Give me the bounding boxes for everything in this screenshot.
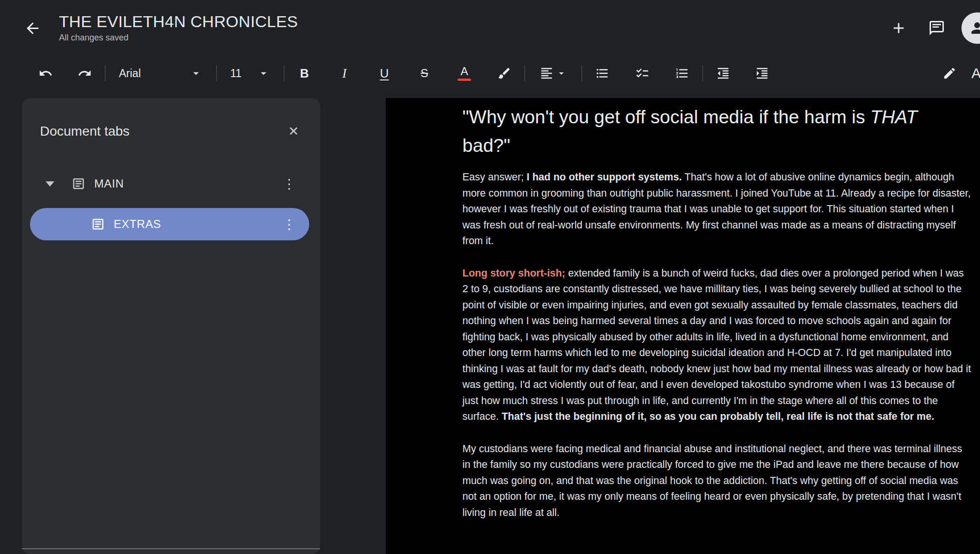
undo-redo-group [33, 61, 97, 86]
back-arrow-icon [24, 20, 41, 37]
font-size-select[interactable]: 11 [225, 61, 276, 86]
toolbar-separator [216, 65, 217, 81]
google-docs-app: THE EVILETH4N CHRONICLES All changes sav… [0, 0, 980, 554]
doc-text-segment: extended family is a bunch of weird fuck… [462, 267, 971, 423]
tab-options-button[interactable]: ⋮ [280, 173, 299, 194]
align-button[interactable] [533, 61, 574, 86]
close-tabs-panel-button[interactable]: ✕ [283, 121, 304, 142]
doc-text-segment: "Why won't you get off social media if t… [462, 107, 870, 127]
text-color-icon: A [461, 66, 468, 77]
toolbar-separator [105, 65, 106, 81]
kebab-icon: ⋮ [283, 217, 296, 232]
doc-text-segment: That's just the beginning of it, so as y… [501, 411, 934, 422]
toolbar-separator [581, 65, 582, 81]
checklist-icon [635, 66, 649, 80]
document-canvas[interactable]: "Why won't you get off social media if t… [386, 98, 980, 554]
indent-group [711, 61, 774, 86]
back-button[interactable] [19, 15, 46, 41]
checklist-button[interactable] [630, 61, 655, 86]
doc-title-block: THE EVILETH4N CHRONICLES All changes sav… [59, 13, 298, 43]
doc-text-segment: bad?" [462, 135, 510, 156]
toolbar-right-tools: A [937, 61, 980, 86]
bold-icon: B [300, 67, 309, 79]
italic-button[interactable]: I [332, 61, 357, 86]
increase-indent-button[interactable] [750, 61, 774, 86]
increase-indent-icon [755, 66, 769, 80]
underline-icon: U [380, 67, 389, 79]
tab-label: MAIN [94, 177, 124, 190]
chevron-down-icon [257, 67, 270, 80]
highlight-color-icon [497, 66, 511, 80]
document-tabs-panel: Document tabs ✕ MAIN ⋮ [22, 98, 320, 554]
comments-button[interactable] [923, 15, 950, 41]
expand-tab-button[interactable] [41, 175, 59, 193]
chevron-down-icon [46, 181, 54, 187]
redo-icon [78, 66, 92, 80]
header-actions [885, 12, 980, 44]
tab-list: MAIN ⋮ EXTRAS ⋮ [22, 168, 320, 240]
formatting-toolbar: Arial 11 B I U S [0, 56, 980, 90]
undo-icon [39, 66, 53, 80]
doc-text-segment: THAT [870, 107, 917, 127]
text-format-icon[interactable]: A [971, 65, 980, 81]
chevron-down-icon [189, 67, 203, 80]
bulleted-list-icon [595, 66, 609, 80]
pen-icon [942, 66, 957, 80]
tabs-panel-title: Document tabs [40, 124, 283, 139]
doc-paragraph[interactable]: Easy answer; I had no other support syst… [462, 169, 971, 249]
bold-button[interactable]: B [292, 61, 317, 86]
italic-icon: I [342, 67, 346, 79]
font-size-label: 11 [230, 67, 242, 80]
toolbar-separator [284, 65, 284, 81]
text-format-group: B I U S A [292, 61, 517, 86]
doc-text-segment: My custodians were facing medical and fi… [462, 443, 962, 518]
numbered-list-button[interactable] [670, 61, 695, 86]
person-icon [969, 20, 980, 37]
toolbar-separator [702, 65, 703, 81]
highlight-color-button[interactable] [492, 61, 517, 86]
document-icon [71, 177, 86, 191]
add-comment-button[interactable] [885, 15, 912, 41]
numbered-list-icon [675, 66, 689, 80]
kebab-icon: ⋮ [283, 176, 296, 192]
tab-item-extras[interactable]: EXTRAS ⋮ [30, 208, 309, 240]
save-status: All changes saved [59, 33, 298, 43]
plus-icon [890, 20, 907, 37]
doc-paragraphs: Easy answer; I had no other support syst… [462, 169, 971, 521]
text-color-indicator [458, 79, 471, 81]
strikethrough-icon: S [421, 67, 428, 79]
chevron-down-icon [556, 68, 567, 79]
decrease-indent-icon [716, 66, 730, 80]
doc-heading[interactable]: "Why won't you get off social media if t… [462, 103, 971, 160]
doc-text-segment: Long story short-ish; [462, 267, 565, 279]
list-format-group [590, 61, 695, 86]
undo-button[interactable] [33, 61, 58, 86]
panel-scroll-divider [22, 548, 320, 549]
doc-text-segment: I had no other support systems. [527, 171, 682, 183]
tab-options-button[interactable]: ⋮ [280, 214, 299, 235]
doc-paragraph[interactable]: Long story short-ish; extended family is… [462, 266, 971, 425]
account-avatar-button[interactable] [961, 12, 980, 44]
bulleted-list-button[interactable] [590, 61, 615, 86]
app-header: THE EVILETH4N CHRONICLES All changes sav… [0, 0, 980, 56]
document-icon [91, 217, 105, 231]
tab-label: EXTRAS [114, 218, 161, 231]
doc-title[interactable]: THE EVILETH4N CHRONICLES [59, 13, 298, 30]
comment-icon [928, 20, 945, 37]
font-family-label: Arial [119, 67, 141, 80]
doc-text-segment: Easy answer; [462, 171, 527, 183]
underline-button[interactable]: U [372, 61, 397, 86]
tab-item-main[interactable]: MAIN ⋮ [22, 168, 320, 200]
toolbar-separator [524, 65, 525, 81]
align-left-icon [539, 66, 554, 80]
redo-button[interactable] [72, 61, 97, 86]
strikethrough-button[interactable]: S [412, 61, 437, 86]
doc-editor[interactable]: "Why won't you get off social media if t… [386, 98, 980, 521]
font-family-select[interactable]: Arial [113, 61, 208, 86]
decrease-indent-button[interactable] [711, 61, 735, 86]
close-icon: ✕ [288, 124, 299, 139]
text-color-button[interactable]: A [452, 61, 477, 86]
tabs-panel-header: Document tabs ✕ [22, 98, 320, 142]
doc-paragraph[interactable]: My custodians were facing medical and fi… [462, 441, 971, 521]
pen-button[interactable] [937, 61, 962, 86]
